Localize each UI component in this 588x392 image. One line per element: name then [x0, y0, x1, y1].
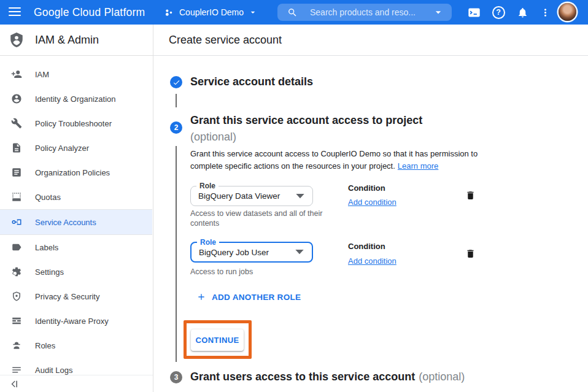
search-options-chevron-icon[interactable]	[432, 6, 444, 18]
person-add-icon	[11, 69, 22, 80]
sidebar-item-label: Policy Analyzer	[35, 144, 89, 153]
delete-role-button[interactable]	[463, 246, 478, 261]
role-selected-value: BigQuery Job User	[199, 243, 269, 261]
cloud-shell-icon[interactable]	[466, 5, 481, 20]
dropdown-arrow-icon	[295, 193, 305, 199]
search-bar	[277, 4, 452, 21]
sidebar-item-iam[interactable]: IAM	[0, 62, 152, 86]
sidebar-item-labels[interactable]: Labels	[0, 235, 152, 259]
stepper-connector	[176, 94, 177, 107]
page-title: Create service account	[153, 25, 588, 55]
add-another-role-button[interactable]: ADD ANOTHER ROLE	[196, 292, 301, 302]
role-select[interactable]: Role BigQuery Job User	[190, 242, 313, 263]
step2-optional: (optional)	[190, 129, 422, 145]
role-helper-text: Access to view datasets and all of their…	[190, 209, 328, 228]
add-condition-link[interactable]: Add condition	[348, 198, 397, 207]
notifications-icon[interactable]	[515, 5, 530, 20]
step1-title: Service account details	[190, 75, 313, 88]
sidebar-item-audit-logs[interactable]: Audit Logs	[0, 358, 152, 375]
rows-icon	[11, 315, 22, 326]
sidebar-item-label: Privacy & Security	[35, 292, 99, 301]
step2-title: Grant this service account access to pro…	[190, 112, 422, 145]
step2-number: 2	[174, 123, 179, 132]
brand-title: Google Cloud Platform	[34, 0, 145, 25]
sidebar-item-policy-troubleshooter[interactable]: Policy Troubleshooter	[0, 111, 152, 136]
page-header: Create service account	[153, 25, 588, 56]
sidebar-item-label: Roles	[35, 341, 55, 350]
search-icon	[287, 7, 298, 18]
topbar: Google Cloud Platform CouplerIO Demo ?	[0, 0, 588, 25]
sidebar-item-service-accounts[interactable]: Service Accounts	[0, 210, 152, 234]
hat-person-icon	[11, 340, 22, 351]
iam-admin-shield-icon	[9, 32, 25, 48]
document-icon	[11, 142, 22, 153]
wrench-icon	[11, 118, 22, 129]
create-service-account-stepper: Service account details 2 Grant this ser…	[153, 56, 588, 392]
sidebar-header: IAM & Admin	[0, 25, 153, 56]
role-helper-text: Access to run jobs	[190, 267, 328, 277]
step1-check-circle	[170, 76, 182, 88]
sidebar-item-identity-organization[interactable]: Identity & Organization	[0, 86, 152, 111]
sidebar-item-policy-analyzer[interactable]: Policy Analyzer	[0, 136, 152, 160]
quotas-icon	[11, 191, 22, 202]
account-circle-icon	[11, 93, 22, 104]
role-selected-value: BigQuery Data Viewer	[198, 186, 280, 206]
screen: Google Cloud Platform CouplerIO Demo ?	[0, 0, 588, 392]
project-name: CouplerIO Demo	[179, 7, 244, 17]
sidebar: IAM & Admin IAM Identity & Organization …	[0, 25, 153, 392]
trash-icon	[465, 190, 476, 201]
sidebar-item-quotas[interactable]: Quotas	[0, 185, 152, 209]
project-selector[interactable]: CouplerIO Demo	[163, 0, 258, 25]
sidebar-item-label: Identity & Organization	[35, 94, 116, 104]
sidebar-item-label: IAM	[35, 70, 49, 79]
step3-number-circle: 3	[170, 371, 182, 383]
main-panel: Create service account Service account d…	[153, 25, 588, 392]
sidebar-item-label: Service Accounts	[35, 218, 96, 227]
sidebar-footer	[0, 375, 153, 392]
chevron-down-icon	[248, 7, 258, 17]
continue-button[interactable]: CONTINUE	[191, 329, 244, 351]
list-lines-icon	[11, 364, 22, 375]
collapse-sidebar-icon[interactable]	[9, 379, 20, 390]
delete-role-button[interactable]	[463, 188, 478, 202]
sidebar-title: IAM & Admin	[35, 34, 99, 47]
dropdown-arrow-icon	[295, 249, 304, 255]
check-icon	[172, 79, 180, 86]
step3-title: Grant users access to this service accou…	[190, 371, 465, 383]
plus-icon	[196, 292, 206, 302]
sidebar-item-roles[interactable]: Roles	[0, 333, 152, 358]
project-icon	[163, 7, 175, 18]
sidebar-item-label: Settings	[35, 267, 64, 277]
sidebar-item-settings[interactable]: Settings	[0, 259, 152, 284]
label-icon	[11, 242, 22, 253]
article-icon	[11, 167, 22, 178]
learn-more-link[interactable]: Learn more	[398, 161, 438, 171]
sidebar-item-identity-aware-proxy[interactable]: Identity-Aware Proxy	[0, 309, 152, 333]
step3-number: 3	[174, 373, 179, 382]
sidebar-item-organization-policies[interactable]: Organization Policies	[0, 160, 152, 185]
menu-icon[interactable]	[9, 7, 21, 17]
sidebar-item-label: Audit Logs	[35, 366, 72, 375]
sidebar-item-label: Policy Troubleshooter	[35, 119, 112, 128]
add-condition-link[interactable]: Add condition	[348, 256, 397, 266]
sidebar-item-label: Organization Policies	[35, 168, 110, 177]
trash-icon	[465, 248, 476, 259]
sidebar-item-label: Quotas	[35, 193, 61, 202]
stepper-connector	[176, 146, 177, 362]
help-icon[interactable]: ?	[491, 5, 506, 20]
sidebar-item-privacy-security[interactable]: Privacy & Security	[0, 284, 152, 309]
step2-description: Grant this service account access to Cou…	[190, 148, 486, 172]
shield-icon	[11, 291, 22, 302]
search-input[interactable]	[309, 7, 432, 18]
condition-label: Condition	[348, 242, 385, 251]
more-vert-icon[interactable]	[538, 5, 552, 20]
sidebar-nav: IAM Identity & Organization Policy Troub…	[0, 56, 152, 375]
step2-number-circle: 2	[170, 121, 182, 134]
condition-label: Condition	[348, 183, 385, 193]
avatar[interactable]	[559, 3, 576, 21]
role-select[interactable]: Role BigQuery Data Viewer	[190, 186, 313, 206]
gear-icon	[11, 266, 22, 277]
sidebar-item-label: Labels	[35, 243, 58, 252]
sidebar-item-label: Identity-Aware Proxy	[35, 317, 109, 326]
service-account-key-icon	[11, 217, 22, 228]
